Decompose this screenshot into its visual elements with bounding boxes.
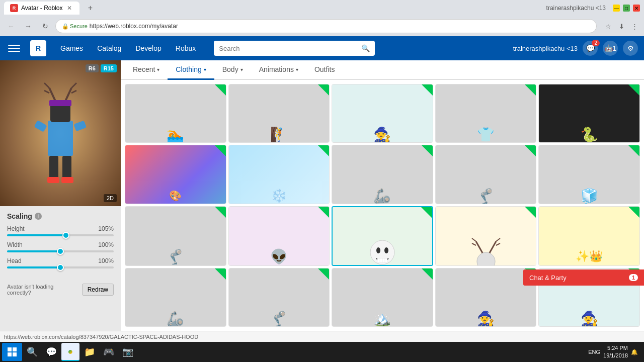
address-input-container[interactable]: 🔒 Secure https://web.roblox.com/my/avata…: [55, 19, 597, 33]
roblox-navbar: R Games Catalog Develop Robux 🔍 trainera…: [0, 36, 644, 60]
item-thumbnail: 🦾: [332, 145, 433, 204]
list-item[interactable]: 🧙 Korblox Mage L...: [435, 268, 537, 327]
taskbar: 🔍 💬 ● 📁 🎮 📷 ENG 5:24 PM 19/1/2018 🔔: [0, 342, 644, 362]
list-item[interactable]: 🦾 Korblox Mage R...: [332, 145, 433, 204]
download-icon[interactable]: ⬇: [616, 21, 627, 32]
tab-animations[interactable]: Animations ▾: [251, 60, 306, 80]
list-item[interactable]: 🐍 Snake Eyes: [538, 84, 640, 143]
taskbar-cortana[interactable]: 💬: [42, 343, 60, 361]
chat-party-button[interactable]: Chat & Party 1: [523, 269, 644, 286]
list-item[interactable]: 🏔️ Frost Guard Ge...: [332, 268, 433, 327]
category-tabs: Recent ▾ Clothing ▾ Body ▾ Animations ▾ …: [121, 60, 644, 80]
height-label: Height: [7, 225, 25, 232]
roblox-logo[interactable]: R: [30, 40, 46, 56]
list-item[interactable]: 🦿 Roblox 2.0 Left ...: [125, 206, 226, 266]
taskbar-app1[interactable]: 🎮: [100, 343, 118, 361]
toggle-2d-button[interactable]: 2D: [104, 194, 117, 202]
owned-corner: [525, 84, 536, 96]
taskbar-app2[interactable]: 📷: [119, 343, 137, 361]
search-input[interactable]: [219, 45, 358, 52]
nav-games[interactable]: Games: [54, 40, 89, 56]
owned-corner: [422, 268, 433, 280]
avatar-badges: R6 R15: [86, 64, 117, 72]
list-item[interactable]: ✨👑 □□□□Shiny G...: [538, 206, 640, 266]
nav-right: trainerashpikachu <13 💬 2 🤖 1 ⚙: [513, 41, 638, 56]
r15-badge[interactable]: R15: [101, 64, 117, 72]
item-thumbnail: 🎨: [125, 145, 226, 204]
list-item[interactable]: ❄️ ICE ICE ICE ICE I...: [228, 145, 330, 204]
browser-tab[interactable]: R Avatar - Roblox ✕: [4, 2, 79, 15]
list-item[interactable]: 🦾 Roblox 2.0 Left ...: [125, 268, 226, 327]
redraw-button[interactable]: Redraw: [82, 284, 114, 296]
notifications-button[interactable]: 💬 2: [583, 41, 598, 56]
minimize-button[interactable]: —: [613, 5, 620, 12]
width-slider[interactable]: [7, 250, 114, 252]
avatar-panel: R6 R15: [0, 60, 121, 331]
r6-badge[interactable]: R6: [86, 64, 99, 72]
width-slider-group: Width 100%: [7, 241, 114, 252]
close-button[interactable]: ✕: [633, 5, 640, 12]
nav-develop[interactable]: Develop: [129, 40, 167, 56]
item-thumbnail: [333, 207, 432, 266]
animations-dropdown-arrow: ▾: [296, 67, 298, 72]
forward-button[interactable]: →: [21, 19, 35, 33]
nav-robux[interactable]: Robux: [170, 40, 202, 56]
tab-recent-label: Recent: [133, 65, 155, 73]
list-item[interactable]: 👕 Roblox 2.0 Torso: [435, 84, 537, 143]
list-item[interactable]: 🎨 ⭐ ORIGINAL ...: [125, 145, 226, 204]
list-item[interactable]: 🏊 Ninja Swim: [125, 84, 226, 143]
list-item[interactable]: 🦿 Roblox 2.0 Righ...: [435, 145, 537, 204]
list-item[interactable]: Shiny Teeth: [332, 206, 433, 266]
taskbar-search[interactable]: 🔍: [23, 343, 41, 361]
clothing-dropdown-arrow: ▾: [204, 67, 206, 72]
tab-close-button[interactable]: ✕: [65, 4, 73, 12]
tab-clothing-label: Clothing: [176, 65, 201, 73]
settings-button[interactable]: ⚙: [623, 41, 638, 56]
hamburger-menu[interactable]: [6, 40, 22, 56]
head-label: Head: [7, 257, 22, 264]
list-item[interactable]: 🧊 Frost Guard Ge...: [538, 145, 640, 204]
robux-button[interactable]: 🤖 1: [603, 41, 618, 56]
list-item[interactable]: 🧙 Korblox Mage T...: [332, 84, 433, 143]
list-item[interactable]: 🧗 Ninja Climb: [228, 84, 330, 143]
taskbar-file-explorer[interactable]: 📁: [80, 343, 99, 361]
menu-icon[interactable]: ⋮: [629, 21, 640, 32]
status-bar: https://web.roblox.com/catalog/837347920…: [0, 331, 644, 342]
svg-line-3: [44, 83, 49, 88]
nav-catalog[interactable]: Catalog: [91, 40, 127, 56]
head-fill: [7, 266, 60, 268]
height-slider[interactable]: [7, 234, 114, 236]
item-thumbnail: 🧙: [436, 268, 536, 327]
width-thumb[interactable]: [57, 248, 64, 255]
tab-recent[interactable]: Recent ▾: [125, 60, 168, 80]
tab-outfits[interactable]: Outfits: [306, 60, 343, 80]
list-item[interactable]: 👽 Purple Alien: [228, 206, 330, 266]
bookmark-icon[interactable]: ☆: [603, 21, 614, 32]
maximize-button[interactable]: □: [623, 5, 630, 12]
owned-corner: [628, 84, 639, 96]
robux-icon: 🤖: [604, 44, 613, 52]
owned-corner: [525, 145, 536, 156]
owned-corner: [318, 268, 329, 280]
search-bar[interactable]: 🔍: [214, 41, 375, 56]
start-button[interactable]: [2, 343, 22, 361]
back-button[interactable]: ←: [4, 19, 18, 33]
head-slider[interactable]: [7, 266, 114, 268]
tab-body[interactable]: Body ▾: [214, 60, 251, 80]
tab-clothing[interactable]: Clothing ▾: [168, 60, 214, 80]
svg-rect-29: [8, 347, 12, 351]
svg-line-28: [496, 243, 500, 245]
head-thumb[interactable]: [57, 264, 64, 271]
new-tab-button[interactable]: +: [84, 2, 97, 15]
svg-line-4: [44, 90, 49, 93]
svg-line-24: [472, 238, 476, 241]
avatar-footer: Avatar isn't loading correctly? Redraw: [0, 280, 121, 300]
taskbar-chrome[interactable]: ●: [61, 343, 79, 361]
nav-links: Games Catalog Develop Robux: [54, 40, 202, 56]
refresh-button[interactable]: ↻: [38, 19, 52, 33]
svg-rect-12: [73, 121, 87, 132]
scaling-info-icon[interactable]: i: [35, 213, 42, 220]
list-item[interactable]: Starry Rune Ant...: [435, 206, 537, 266]
height-thumb[interactable]: [62, 232, 69, 239]
list-item[interactable]: 🦿 Roblox 2.0 Righ...: [228, 268, 330, 327]
